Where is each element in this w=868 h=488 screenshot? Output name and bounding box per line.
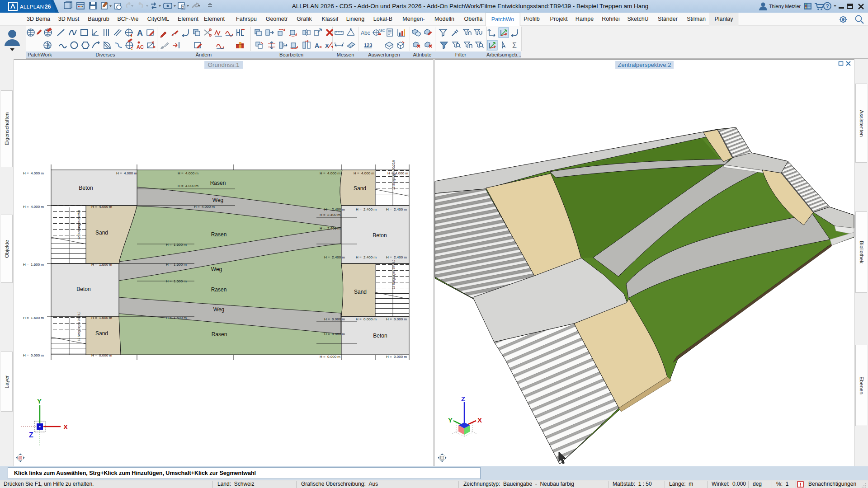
svg-text:X: X	[477, 416, 482, 424]
svg-text:Y: Y	[448, 416, 453, 424]
svg-text:Z: Z	[461, 395, 465, 403]
